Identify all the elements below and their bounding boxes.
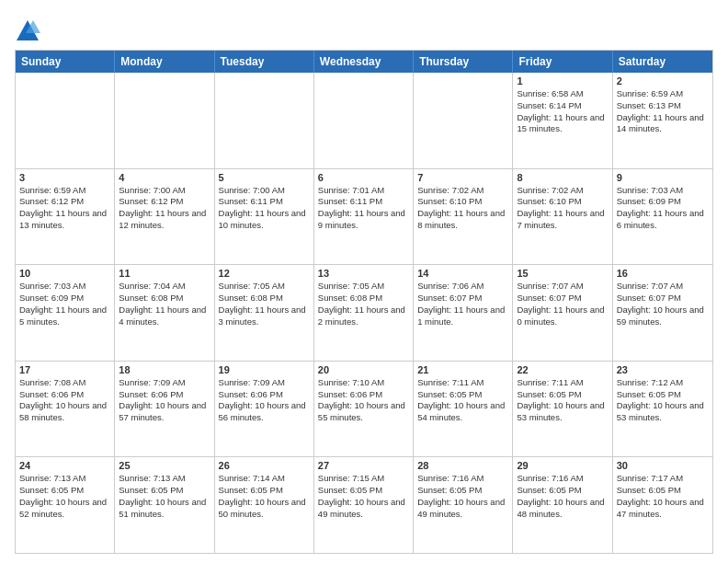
calendar-cell: 13Sunrise: 7:05 AMSunset: 6:08 PMDayligh… (314, 265, 414, 361)
cell-info: Sunrise: 7:02 AMSunset: 6:10 PMDaylight:… (517, 185, 608, 232)
logo-icon (15, 18, 40, 44)
day-number: 26 (219, 460, 310, 471)
calendar-cell: 17Sunrise: 7:08 AMSunset: 6:06 PMDayligh… (16, 362, 115, 457)
calendar: SundayMondayTuesdayWednesdayThursdayFrid… (15, 50, 713, 554)
calendar-cell: 28Sunrise: 7:16 AMSunset: 6:05 PMDayligh… (414, 457, 513, 553)
calendar-header-cell: Monday (115, 51, 214, 73)
cell-info: Sunrise: 7:11 AMSunset: 6:05 PMDaylight:… (517, 377, 608, 424)
calendar-cell: 15Sunrise: 7:07 AMSunset: 6:07 PMDayligh… (513, 265, 612, 361)
day-number: 11 (119, 268, 210, 279)
day-number: 7 (417, 172, 508, 183)
calendar-header-cell: Wednesday (314, 51, 414, 73)
calendar-cell (16, 73, 115, 168)
day-number: 27 (318, 460, 409, 471)
cell-info: Sunrise: 7:00 AMSunset: 6:12 PMDaylight:… (119, 185, 210, 232)
calendar-cell (414, 73, 513, 168)
day-number: 14 (417, 268, 508, 279)
cell-info: Sunrise: 6:59 AMSunset: 6:13 PMDaylight:… (617, 88, 709, 135)
day-number: 16 (617, 268, 709, 279)
calendar-cell: 1Sunrise: 6:58 AMSunset: 6:14 PMDaylight… (513, 73, 612, 168)
cell-info: Sunrise: 7:02 AMSunset: 6:10 PMDaylight:… (417, 185, 508, 232)
day-number: 15 (517, 268, 608, 279)
cell-info: Sunrise: 7:03 AMSunset: 6:09 PMDaylight:… (19, 281, 110, 327)
calendar-cell: 5Sunrise: 7:00 AMSunset: 6:11 PMDaylight… (215, 169, 314, 265)
cell-info: Sunrise: 7:10 AMSunset: 6:06 PMDaylight:… (318, 377, 409, 424)
day-number: 2 (617, 75, 709, 86)
calendar-cell (314, 73, 414, 168)
day-number: 17 (19, 364, 110, 375)
cell-info: Sunrise: 7:09 AMSunset: 6:06 PMDaylight:… (119, 377, 210, 424)
day-number: 29 (517, 460, 608, 471)
calendar-cell: 12Sunrise: 7:05 AMSunset: 6:08 PMDayligh… (215, 265, 314, 361)
calendar-week-row: 1Sunrise: 6:58 AMSunset: 6:14 PMDaylight… (16, 73, 712, 169)
calendar-cell: 3Sunrise: 6:59 AMSunset: 6:12 PMDaylight… (16, 169, 115, 265)
cell-info: Sunrise: 6:59 AMSunset: 6:12 PMDaylight:… (19, 185, 110, 232)
calendar-cell (115, 73, 214, 168)
cell-info: Sunrise: 7:06 AMSunset: 6:07 PMDaylight:… (417, 281, 508, 327)
day-number: 22 (517, 364, 608, 375)
calendar-body: 1Sunrise: 6:58 AMSunset: 6:14 PMDaylight… (16, 73, 712, 553)
calendar-cell: 9Sunrise: 7:03 AMSunset: 6:09 PMDaylight… (613, 169, 712, 265)
cell-info: Sunrise: 7:15 AMSunset: 6:05 PMDaylight:… (318, 473, 409, 520)
calendar-cell: 4Sunrise: 7:00 AMSunset: 6:12 PMDaylight… (115, 169, 214, 265)
calendar-cell: 23Sunrise: 7:12 AMSunset: 6:05 PMDayligh… (613, 362, 712, 457)
calendar-cell: 27Sunrise: 7:15 AMSunset: 6:05 PMDayligh… (314, 457, 414, 553)
calendar-cell: 18Sunrise: 7:09 AMSunset: 6:06 PMDayligh… (115, 362, 214, 457)
calendar-cell: 11Sunrise: 7:04 AMSunset: 6:08 PMDayligh… (115, 265, 214, 361)
cell-info: Sunrise: 6:58 AMSunset: 6:14 PMDaylight:… (517, 88, 608, 135)
cell-info: Sunrise: 7:05 AMSunset: 6:08 PMDaylight:… (219, 281, 310, 327)
calendar-cell: 24Sunrise: 7:13 AMSunset: 6:05 PMDayligh… (16, 457, 115, 553)
day-number: 28 (417, 460, 508, 471)
calendar-header-cell: Sunday (16, 51, 115, 73)
calendar-cell: 16Sunrise: 7:07 AMSunset: 6:07 PMDayligh… (613, 265, 712, 361)
cell-info: Sunrise: 7:11 AMSunset: 6:05 PMDaylight:… (417, 377, 508, 424)
day-number: 25 (119, 460, 210, 471)
calendar-week-row: 10Sunrise: 7:03 AMSunset: 6:09 PMDayligh… (16, 265, 712, 362)
day-number: 18 (119, 364, 210, 375)
cell-info: Sunrise: 7:07 AMSunset: 6:07 PMDaylight:… (617, 281, 709, 327)
calendar-cell: 7Sunrise: 7:02 AMSunset: 6:10 PMDaylight… (414, 169, 513, 265)
day-number: 23 (617, 364, 709, 375)
day-number: 30 (617, 460, 709, 471)
cell-info: Sunrise: 7:17 AMSunset: 6:05 PMDaylight:… (617, 473, 709, 520)
cell-info: Sunrise: 7:09 AMSunset: 6:06 PMDaylight:… (219, 377, 310, 424)
cell-info: Sunrise: 7:12 AMSunset: 6:05 PMDaylight:… (617, 377, 709, 424)
calendar-header-cell: Friday (513, 51, 612, 73)
day-number: 19 (219, 364, 310, 375)
calendar-cell: 10Sunrise: 7:03 AMSunset: 6:09 PMDayligh… (16, 265, 115, 361)
calendar-cell (215, 73, 314, 168)
day-number: 9 (617, 172, 709, 183)
calendar-header-cell: Tuesday (215, 51, 314, 73)
day-number: 8 (517, 172, 608, 183)
day-number: 1 (517, 75, 608, 86)
logo (15, 18, 44, 44)
day-number: 10 (19, 268, 110, 279)
calendar-cell: 22Sunrise: 7:11 AMSunset: 6:05 PMDayligh… (513, 362, 612, 457)
cell-info: Sunrise: 7:13 AMSunset: 6:05 PMDaylight:… (119, 473, 210, 520)
calendar-cell: 14Sunrise: 7:06 AMSunset: 6:07 PMDayligh… (414, 265, 513, 361)
day-number: 4 (119, 172, 210, 183)
cell-info: Sunrise: 7:08 AMSunset: 6:06 PMDaylight:… (19, 377, 110, 424)
cell-info: Sunrise: 7:01 AMSunset: 6:11 PMDaylight:… (318, 185, 409, 232)
day-number: 12 (219, 268, 310, 279)
cell-info: Sunrise: 7:05 AMSunset: 6:08 PMDaylight:… (318, 281, 409, 327)
calendar-cell: 26Sunrise: 7:14 AMSunset: 6:05 PMDayligh… (215, 457, 314, 553)
calendar-week-row: 3Sunrise: 6:59 AMSunset: 6:12 PMDaylight… (16, 169, 712, 266)
day-number: 21 (417, 364, 508, 375)
calendar-cell: 25Sunrise: 7:13 AMSunset: 6:05 PMDayligh… (115, 457, 214, 553)
cell-info: Sunrise: 7:03 AMSunset: 6:09 PMDaylight:… (617, 185, 709, 232)
day-number: 3 (19, 172, 110, 183)
cell-info: Sunrise: 7:16 AMSunset: 6:05 PMDaylight:… (517, 473, 608, 520)
calendar-cell: 29Sunrise: 7:16 AMSunset: 6:05 PMDayligh… (513, 457, 612, 553)
day-number: 20 (318, 364, 409, 375)
day-number: 5 (219, 172, 310, 183)
day-number: 13 (318, 268, 409, 279)
calendar-header-cell: Thursday (414, 51, 513, 73)
calendar-cell: 21Sunrise: 7:11 AMSunset: 6:05 PMDayligh… (414, 362, 513, 457)
calendar-week-row: 17Sunrise: 7:08 AMSunset: 6:06 PMDayligh… (16, 362, 712, 458)
cell-info: Sunrise: 7:04 AMSunset: 6:08 PMDaylight:… (119, 281, 210, 327)
calendar-header-cell: Saturday (613, 51, 712, 73)
day-number: 24 (19, 460, 110, 471)
calendar-cell: 30Sunrise: 7:17 AMSunset: 6:05 PMDayligh… (613, 457, 712, 553)
cell-info: Sunrise: 7:00 AMSunset: 6:11 PMDaylight:… (219, 185, 310, 232)
